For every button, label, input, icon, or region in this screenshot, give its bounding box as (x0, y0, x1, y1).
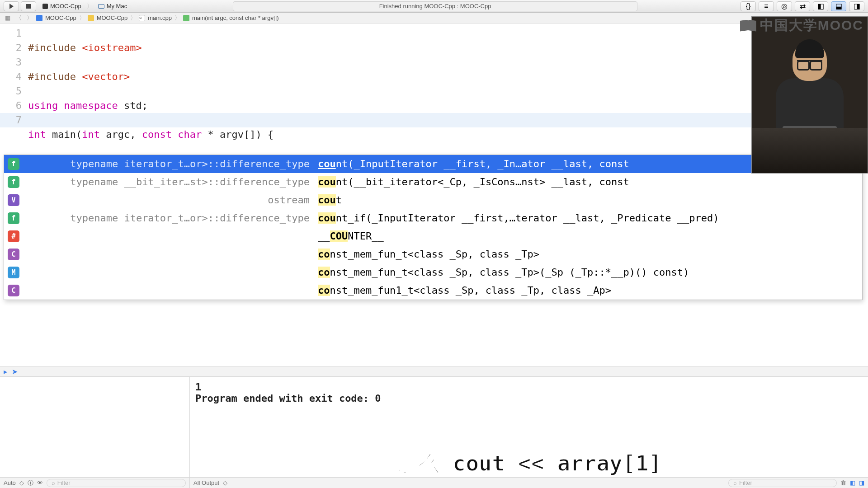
autocomplete-item[interactable]: M const_mem_fun_t<class _Sp, class _Tp>(… (4, 263, 862, 282)
kind-method-icon: M (8, 267, 19, 278)
autocomplete-item[interactable]: # __COUNTER__ (4, 227, 862, 245)
console-line: Program ended with exit code: 0 (195, 393, 863, 404)
project-icon (36, 15, 42, 21)
function-icon (183, 15, 189, 21)
toggle-bottom-panel-icon[interactable]: ⬓ (831, 1, 846, 11)
autocomplete-item[interactable]: V ostream cout (4, 191, 862, 209)
top-toolbar: MOOC-Cpp 〉 My Mac Finished running MOOC-… (0, 0, 868, 13)
kind-function-icon: f (8, 212, 19, 224)
kind-class-icon: C (8, 249, 19, 260)
variables-filter-input[interactable]: ⌕Filter (47, 479, 186, 487)
show-variables-icon[interactable]: ◧ (850, 479, 855, 486)
code-editor[interactable]: 1234567 #include <iostream> #include <ve… (0, 23, 868, 366)
clear-console-icon[interactable]: 🗑 (840, 479, 846, 486)
toggle-left-panel-icon[interactable]: ◧ (813, 1, 828, 11)
crumb-symbol[interactable]: main(int argc, const char * argv[]) (192, 14, 278, 21)
console-line: 1 (195, 381, 863, 393)
presenter-video (751, 16, 868, 174)
run-button[interactable] (4, 1, 19, 11)
kind-variable-icon: V (8, 194, 19, 206)
jump-bar: ▦ 〈 〉 MOOC-Cpp〉 MOOC-Cpp〉 c main.cpp〉 ma… (0, 13, 868, 23)
show-console-icon[interactable]: ◨ (859, 479, 864, 486)
toggle-right-panel-icon[interactable]: ◨ (849, 1, 864, 11)
variables-scope-select[interactable]: Auto (4, 479, 16, 486)
console-filter-input[interactable]: ⌕Filter (728, 479, 837, 487)
quicklook-icon[interactable]: 👁 (37, 479, 43, 486)
toggle-breakpoints-icon[interactable]: ▸ (4, 367, 7, 376)
scheme-project: MOOC-Cpp (50, 3, 81, 9)
debug-area: 1 Program ended with exit code: 0 那么 cou… (0, 377, 868, 488)
kind-class-icon: C (8, 285, 19, 296)
info-icon[interactable]: ⓘ (28, 479, 33, 487)
debug-bar: ▸ ➤ (0, 366, 868, 377)
autocomplete-popup[interactable]: f typename iterator_t…or>::difference_ty… (4, 155, 863, 300)
mooc-watermark: 中国大学MOOC (740, 16, 863, 35)
output-scope-select[interactable]: All Output (193, 479, 219, 486)
kind-function-icon: f (8, 158, 19, 170)
standard-editor-icon[interactable]: ≡ (759, 1, 774, 11)
variables-view[interactable] (0, 377, 190, 488)
crumb-file[interactable]: main.cpp (148, 14, 172, 21)
autocomplete-item[interactable]: f typename iterator_t…or>::difference_ty… (4, 155, 862, 173)
crumb-project[interactable]: MOOC-Cpp (45, 14, 76, 21)
kind-macro-icon: # (8, 230, 19, 242)
editor-options-icon[interactable]: {} (741, 1, 756, 11)
line-gutter: 1234567 (0, 23, 28, 127)
related-items-icon[interactable]: ▦ (4, 14, 12, 22)
autocomplete-item[interactable]: C const_mem_fun_t<class _Sp, class _Tp> (4, 245, 862, 263)
autocomplete-item[interactable]: C const_mem_fun1_t<class _Sp, class _Tp,… (4, 282, 862, 300)
video-subtitle: 那么 cout << array[1] (396, 449, 661, 478)
continue-icon[interactable]: ➤ (12, 367, 18, 376)
folder-icon (88, 15, 94, 21)
file-icon: c (139, 15, 145, 21)
scheme-selector[interactable]: MOOC-Cpp 〉 My Mac (40, 2, 130, 10)
nav-back-icon[interactable]: 〈 (14, 14, 23, 22)
kind-function-icon: f (8, 176, 19, 188)
autocomplete-item[interactable]: f typename __bit_iter…st>::difference_ty… (4, 173, 862, 191)
version-editor-icon[interactable]: ⇄ (795, 1, 810, 11)
activity-status: Finished running MOOC-Cpp : MOOC-Cpp (233, 1, 637, 11)
assistant-editor-icon[interactable]: ◎ (777, 1, 792, 11)
bottom-toolbar: Auto◇ ⓘ 👁 ⌕Filter All Output◇ ⌕Filter 🗑 … (0, 477, 868, 488)
nav-forward-icon[interactable]: 〉 (25, 14, 33, 22)
stop-button[interactable] (21, 1, 36, 11)
book-icon (740, 20, 756, 32)
console-output[interactable]: 1 Program ended with exit code: 0 那么 cou… (190, 377, 868, 488)
crumb-folder[interactable]: MOOC-Cpp (97, 14, 128, 21)
autocomplete-item[interactable]: f typename iterator_t…or>::difference_ty… (4, 209, 862, 227)
scheme-destination: My Mac (107, 3, 127, 9)
